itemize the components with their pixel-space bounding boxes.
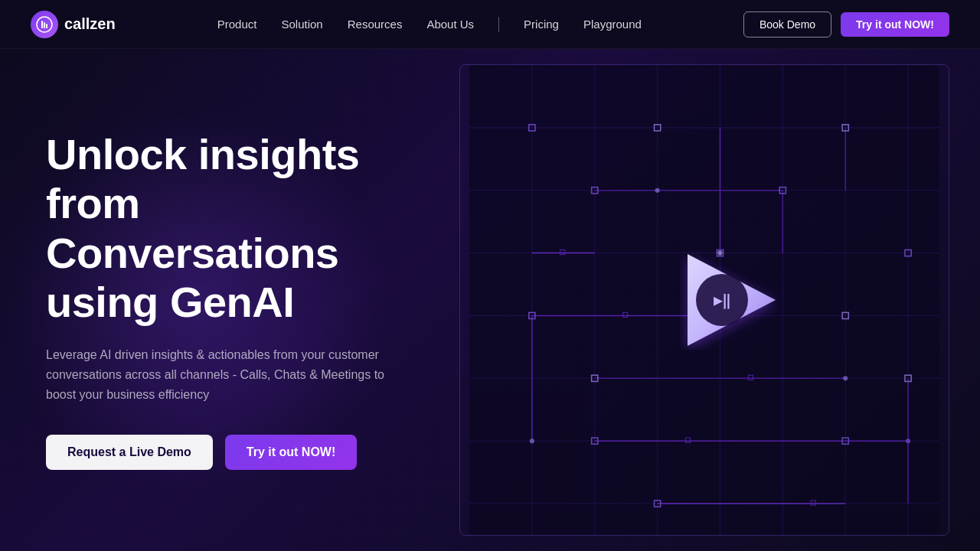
svg-point-55 bbox=[906, 439, 910, 443]
try-now-nav-button[interactable]: Try it out NOW! bbox=[841, 12, 949, 37]
request-demo-button[interactable]: Request a Live Demo bbox=[46, 435, 213, 470]
nav-link-playground[interactable]: Playground bbox=[583, 18, 642, 31]
try-now-hero-button[interactable]: Try it out NOW! bbox=[225, 435, 357, 470]
nav-link-about-us[interactable]: About Us bbox=[426, 18, 474, 31]
svg-point-54 bbox=[530, 439, 534, 443]
nav-item-playground[interactable]: Playground bbox=[583, 18, 642, 31]
nav-item-product[interactable]: Product bbox=[217, 18, 257, 31]
nav-item-resources[interactable]: Resources bbox=[348, 18, 403, 31]
nav-link-product[interactable]: Product bbox=[217, 18, 257, 31]
nav-links: Product Solution Resources About Us Pric… bbox=[217, 17, 642, 32]
hero-right: ▶‖ bbox=[459, 49, 980, 551]
nav-item-about-us[interactable]: About Us bbox=[426, 18, 474, 31]
nav-divider bbox=[498, 17, 499, 32]
nav-actions: Book Demo Try it out NOW! bbox=[743, 11, 949, 37]
nav-link-resources[interactable]: Resources bbox=[348, 18, 403, 31]
nav-item-pricing[interactable]: Pricing bbox=[524, 18, 559, 31]
svg-point-52 bbox=[843, 376, 848, 380]
logo-text: callzen bbox=[64, 15, 116, 33]
navbar: callzen Product Solution Resources About… bbox=[0, 0, 980, 49]
svg-point-51 bbox=[655, 188, 660, 193]
hero-buttons: Request a Live Demo Try it out NOW! bbox=[46, 435, 413, 470]
nav-item-solution[interactable]: Solution bbox=[281, 18, 322, 31]
book-demo-button[interactable]: Book Demo bbox=[743, 11, 831, 37]
nav-link-solution[interactable]: Solution bbox=[281, 18, 322, 31]
svg-text:▶‖: ▶‖ bbox=[714, 291, 730, 309]
hero-section: Unlock insights from Conversations using… bbox=[0, 49, 980, 551]
brand-logo-play: ▶‖ bbox=[680, 250, 779, 350]
logo-link[interactable]: callzen bbox=[31, 11, 116, 38]
logo-icon bbox=[31, 11, 58, 38]
hero-title: Unlock insights from Conversations using… bbox=[46, 130, 413, 328]
hero-left: Unlock insights from Conversations using… bbox=[0, 49, 459, 551]
hero-subtitle: Leverage AI driven insights & actionable… bbox=[46, 345, 413, 404]
nav-link-pricing[interactable]: Pricing bbox=[524, 18, 559, 31]
